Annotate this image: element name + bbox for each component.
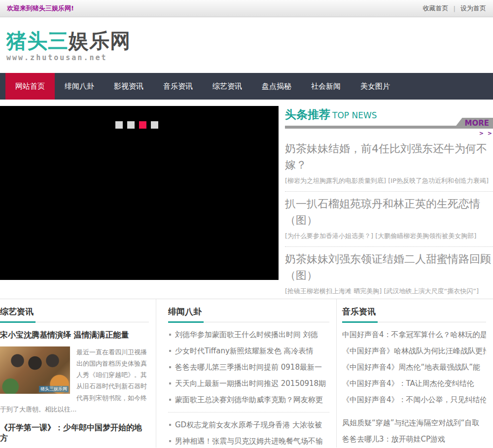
featured-article-title[interactable]: 宋小宝沈腾基情演绎 温情满满正能量 — [0, 330, 149, 341]
top-news-headline[interactable]: 奶茶妹妹结婚，前4任比刘强东还牛为何不嫁？ — [285, 140, 493, 173]
news-list-item[interactable]: 蒙面歌王总决赛刘德华助威李克勤？网友称更 — [168, 392, 329, 413]
nav-item[interactable]: 综艺资讯 — [203, 73, 252, 100]
news-list-item[interactable]: 爸爸去哪儿3：放开萌娃CP游戏 — [342, 431, 486, 448]
music-news-list: 中国好声音4：不拿冠军算什么？哈林玩的是 《中国好声音》哈林战队为何比汪峰战队更… — [342, 327, 486, 448]
column-gossip-title[interactable]: 绯闻八卦 — [168, 306, 329, 322]
topbar-links: 收藏首页 | 设为首页 — [423, 4, 486, 13]
top-news-headline[interactable]: 奶茶妹妹刘强东领证结婚二人甜蜜情路回顾（图） — [285, 251, 493, 283]
favorite-homepage-link[interactable]: 收藏首页 — [423, 4, 449, 13]
top-news-divider-bar: MORE — [285, 126, 493, 129]
gossip-news-list: 刘德华参加蒙面歌王什么时候播出时间 刘德 少女时代Tiffany新照炫耀新发色 … — [168, 327, 329, 448]
nav-item[interactable]: 美女图片 — [351, 73, 400, 100]
featured-article-list: 宋小宝沈腾基情演绎 温情满满正能量 猪头三娱乐网 最近一直在看四川卫视播出的国内… — [0, 330, 149, 448]
top-news-panel: 头条推荐TOP NEWS MORE > > 奶茶妹妹结婚，前4任比刘强东还牛为何… — [285, 106, 493, 299]
column-variety-title[interactable]: 综艺资讯 — [0, 306, 149, 322]
featured-article-body: 猪头三娱乐网 最近一直在看四川卫视播出的国内首档历史体验真人秀《咱们穿越吧》。其… — [0, 346, 149, 415]
column-gossip: 绯闻八卦 刘德华参加蒙面歌王什么时候播出时间 刘德 少女时代Tiffany新照炫… — [156, 299, 336, 448]
logo-brand-secondary: 娱乐网 — [69, 29, 131, 53]
bottom-section: 综艺资讯 宋小宝沈腾基情演绎 温情满满正能量 猪头三娱乐网 最近一直在看四川卫视… — [0, 299, 493, 448]
top-news-item: 奶茶妹妹刘强东领证结婚二人甜蜜情路回顾（图） [抢镜王柳岩横扫上海滩 晒完美胸]… — [285, 247, 493, 299]
site-logo[interactable]: 猪头三娱乐网 — [6, 30, 493, 52]
top-news-sublinks[interactable]: [抢镜王柳岩横扫上海滩 晒完美胸] [武汉地铁上演大尺度“撕衣快闪”] — [285, 287, 493, 296]
news-list-item[interactable]: 《中国好声音4》周杰伦“地表最强战队”能 — [342, 359, 486, 376]
news-list-item[interactable]: 《中国好声音4》：TA让周杰伦变纠结伦 — [342, 376, 486, 392]
nav-item[interactable]: 社会新闻 — [301, 73, 351, 100]
top-news-headline[interactable]: 扒一扒石榴姐苑琼丹和林正英的生死恋情（图） — [285, 196, 493, 228]
logo-brand-primary: 猪头三 — [6, 29, 69, 53]
top-news-sublinks[interactable]: [为什么要参加香港小姐选美？] [大鹏偷瞄柳岩美胸领衔被美女胸部] — [285, 232, 493, 241]
more-button[interactable]: MORE — [454, 118, 493, 129]
nav-item[interactable]: 绯闻八卦 — [55, 73, 104, 100]
slider-dot[interactable] — [151, 121, 158, 129]
news-list-item[interactable]: 中国好声音4：不拿冠军算什么？哈林玩的是 — [342, 327, 486, 343]
topbar: 欢迎来到猪头三娱乐网! 收藏首页 | 设为首页 — [0, 0, 493, 17]
hero-slider[interactable] — [0, 106, 279, 280]
welcome-text: 欢迎来到猪头三娱乐网! — [7, 4, 74, 13]
nav-item[interactable]: 音乐资讯 — [153, 73, 203, 100]
top-news-list: 奶茶妹妹结婚，前4任比刘强东还牛为何不嫁？ [柳岩为之坦胸露乳的电影质量到底] … — [285, 137, 493, 299]
news-list-item[interactable]: 男神相遇！张震与贝克汉姆共进晚餐气场不输 — [168, 433, 329, 448]
slider-dot[interactable] — [115, 121, 123, 129]
news-list-item[interactable]: 凤姐质疑“穿越”与纪连海隔空对战到“自取 — [342, 415, 486, 431]
news-list-item[interactable]: 少女时代Tiffany新照炫耀新发色 高冷表情 — [168, 343, 329, 359]
news-list-item[interactable]: GD权志龙前女友水原希子现身香港 大浓妆被 — [168, 417, 329, 433]
slider-dots — [115, 121, 163, 129]
news-list-item[interactable]: 《中国好声音》哈林战队为何比汪峰战队更招 — [342, 343, 486, 359]
news-list-item[interactable]: 天天向上最新一期播出时间推迟 20150918期 — [168, 376, 329, 392]
logo-domain-text: www.zhutousan.net — [6, 53, 493, 62]
top-news-item: 扒一扒石榴姐苑琼丹和林正英的生死恋情（图） [为什么要参加香港小姐选美？] [大… — [285, 192, 493, 247]
nav-item[interactable]: 盘点揭秘 — [252, 73, 301, 100]
more-label: MORE — [465, 119, 489, 128]
slider-dot[interactable] — [139, 121, 146, 129]
featured-article: 宋小宝沈腾基情演绎 温情满满正能量 猪头三娱乐网 最近一直在看四川卫视播出的国内… — [0, 330, 149, 415]
top-news-title: 头条推荐 — [285, 108, 330, 121]
top-news-item: 奶茶妹妹结婚，前4任比刘强东还牛为何不嫁？ [柳岩为之坦胸露乳的电影质量到底] … — [285, 137, 493, 192]
news-list-item[interactable]: 《中国好声音4》：不闻小公举，只见纠结伦 — [342, 392, 486, 408]
column-variety: 综艺资讯 宋小宝沈腾基情演绎 温情满满正能量 猪头三娱乐网 最近一直在看四川卫视… — [0, 299, 156, 448]
site-header: 猪头三娱乐网 www.zhutousan.net — [0, 17, 493, 73]
thumbnail-watermark: 猪头三娱乐网 — [39, 386, 69, 392]
slider-dot[interactable] — [127, 121, 135, 129]
news-list-item[interactable]: 刘德华参加蒙面歌王什么时候播出时间 刘德 — [168, 327, 329, 343]
featured-article: 《开学第一课》：少年郎中国梦开始的地方 少年强则国强，如今的我们其实并不缺乏教育… — [0, 423, 149, 448]
nav-item[interactable]: 网站首页 — [5, 73, 55, 100]
top-news-sublinks[interactable]: [柳岩为之坦胸露乳的电影质量到底] [IP热反映了急功近利和创造力衰竭] — [285, 176, 493, 185]
more-arrows[interactable]: > > — [285, 130, 493, 137]
main-content: 头条推荐TOP NEWS MORE > > 奶茶妹妹结婚，前4任比刘强东还牛为何… — [0, 100, 493, 299]
column-music: 音乐资讯 中国好声音4：不拿冠军算什么？哈林玩的是 《中国好声音》哈林战队为何比… — [336, 299, 493, 448]
topbar-separator: | — [454, 5, 456, 12]
article-thumbnail[interactable]: 猪头三娱乐网 — [0, 346, 70, 394]
set-homepage-link[interactable]: 设为首页 — [460, 4, 486, 13]
news-list-item[interactable]: 爸爸去哪儿第三季播出时间提前 0918最新一 — [168, 359, 329, 376]
main-nav: 网站首页 绯闻八卦 影视资讯 音乐资讯 综艺资讯 盘点揭秘 社会新闻 美女图片 — [0, 73, 493, 100]
column-music-title[interactable]: 音乐资讯 — [342, 306, 486, 322]
nav-item[interactable]: 影视资讯 — [104, 73, 153, 100]
top-news-header: 头条推荐TOP NEWS MORE > > — [285, 106, 493, 137]
top-news-subtitle: TOP NEWS — [332, 110, 377, 120]
featured-article-title[interactable]: 《开学第一课》：少年郎中国梦开始的地方 — [0, 423, 149, 444]
